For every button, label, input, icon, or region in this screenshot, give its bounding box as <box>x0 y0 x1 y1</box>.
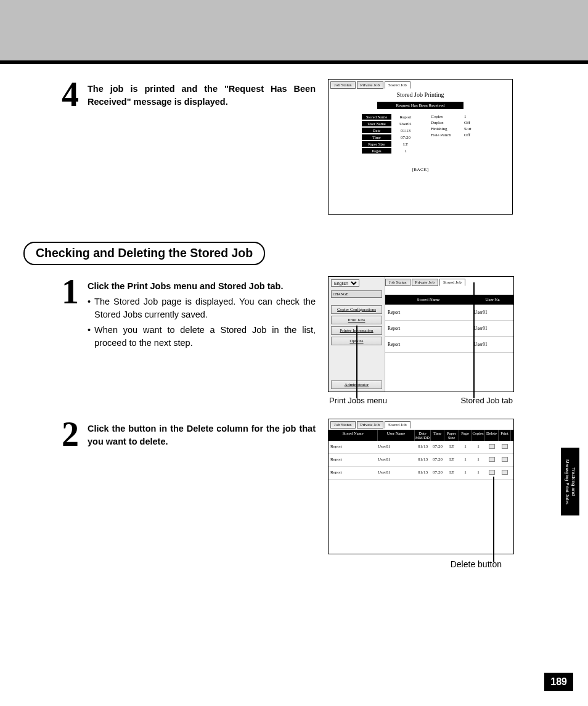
screenshot-stored-job-printing: Job Status Private Job Stored Job Stored… <box>328 79 513 215</box>
pointer-delete-button <box>493 477 494 562</box>
hdr-date: Date MM/DD <box>415 430 431 441</box>
tab-stored-job[interactable]: Stored Job <box>385 81 410 89</box>
val-stored-name: Report <box>395 115 416 120</box>
hdr-stored-name: Stored Name <box>385 297 472 302</box>
print-button[interactable] <box>502 444 508 449</box>
print-button[interactable] <box>502 470 508 475</box>
step2-text: Click the button in the Delete column fo… <box>88 419 316 448</box>
lbl-time: Time <box>362 134 391 140</box>
table-row: Report User01 01/13 07:20 LT 1 1 <box>329 467 513 480</box>
shot1-message: Request Has Been Received <box>377 102 463 109</box>
tab-job-status[interactable]: Job Status <box>330 81 356 89</box>
language-select[interactable]: English <box>331 279 359 287</box>
delete-button[interactable] <box>489 444 495 449</box>
val-user-name: User01 <box>395 121 416 126</box>
step4-number: 4 <box>51 79 79 110</box>
change-button[interactable]: CHANGE <box>331 290 382 298</box>
tab-private-job-2[interactable]: Private Job <box>412 279 438 286</box>
shot1-left-col: Stored NameReport User NameUser01 Date01… <box>362 114 416 155</box>
hdr-user-name: User Na <box>472 297 513 302</box>
lbl-date: Date <box>362 128 391 133</box>
step2-number: 2 <box>51 419 79 449</box>
val-pages: 1 <box>395 149 416 154</box>
step1-screenshot-col: English CHANGE Copier Configurations Pri… <box>328 276 516 405</box>
shot3-header: Stored Name User Name Date MM/DD Time Pa… <box>329 430 513 441</box>
shot3-tabs: Job Status Private Job Stored Job <box>329 419 513 429</box>
step2-bold: Click the button in the Delete column fo… <box>88 424 316 446</box>
lbl-paper-size: Paper Size <box>362 141 391 147</box>
step4-block: 4 The job is printed and the "Request Ha… <box>51 79 565 215</box>
val-duplex: Off <box>464 120 479 125</box>
shot2-header: Stored Name User Na <box>385 295 513 305</box>
step1-row: 1 Click the Print Jobs menu and Stored J… <box>51 276 316 350</box>
print-button[interactable] <box>502 457 508 462</box>
step1-title: Click the Print Jobs menu and Stored Job… <box>88 280 316 293</box>
val-finishing: Sort <box>464 126 479 131</box>
lbl-finishing: Finishing <box>431 126 460 131</box>
step1-bullet-2: •When you want to delete a Stored Job in… <box>88 324 316 350</box>
step4-bold: The job is printed and the "Request Has … <box>88 84 316 107</box>
shot2-tabs: Job Status Private Job Stored Job <box>385 277 513 286</box>
tab-private-job[interactable]: Private Job <box>357 81 383 89</box>
lbl-hole-punch: Hole Punch <box>431 133 460 138</box>
step1-text: Click the Print Jobs menu and Stored Job… <box>88 276 316 350</box>
val-date: 01/13 <box>395 128 416 133</box>
hdr-paper-size: Paper Size <box>444 430 459 441</box>
table-row: Report User01 01/13 07:20 LT 1 1 <box>329 441 513 454</box>
val-copies: 1 <box>464 114 479 119</box>
page: 4 The job is printed and the "Request Ha… <box>0 0 588 706</box>
tab-stored-job-2[interactable]: Stored Job <box>439 279 465 286</box>
tab-job-status-3[interactable]: Job Status <box>330 421 356 429</box>
hdr-user-name-3: User Name <box>378 430 415 441</box>
hdr-page: Page <box>459 430 472 441</box>
table-row: Report User01 01/13 07:20 LT 1 1 <box>329 454 513 467</box>
caption-print-jobs-menu: Print Jobs menu <box>329 396 387 405</box>
caption-delete-button: Delete button <box>328 559 514 569</box>
section-title: Checking and Deleting the Stored Job <box>23 242 265 265</box>
delete-button[interactable] <box>489 470 495 475</box>
step2-screenshot-col: Job Status Private Job Stored Job Stored… <box>328 419 516 569</box>
hdr-time: Time <box>431 430 444 441</box>
lbl-pages: Pages <box>362 148 391 154</box>
delete-button[interactable] <box>489 457 495 462</box>
step1-bullet-1: •The Stored Job page is displayed. You c… <box>88 295 316 321</box>
screenshot-delete-stored-job: Job Status Private Job Stored Job Stored… <box>328 419 514 554</box>
sidebar-copier-config[interactable]: Copier Configurations <box>331 305 382 314</box>
sidebar-print-jobs[interactable]: Print Jobs <box>331 316 382 324</box>
shot1-back-link[interactable]: [BACK] <box>329 167 512 172</box>
hdr-stored-name-3: Stored Name <box>329 430 378 441</box>
hdr-delete: Delete <box>485 430 499 441</box>
lbl-copies: Copies <box>431 114 460 119</box>
chapter-tab: Tracking and Managing Print Jobs <box>561 448 579 515</box>
step4-row: 4 The job is printed and the "Request Ha… <box>51 79 316 110</box>
lbl-duplex: Duplex <box>431 120 460 125</box>
lbl-stored-name: Stored Name <box>362 114 391 120</box>
pointer-stored-job-tab <box>473 282 475 398</box>
shot1-columns: Stored NameReport User NameUser01 Date01… <box>329 114 512 155</box>
step1-block: 1 Click the Print Jobs menu and Stored J… <box>51 276 565 405</box>
lbl-user-name: User Name <box>362 121 391 126</box>
tab-stored-job-3[interactable]: Stored Job <box>385 421 410 429</box>
shot2-wrapper: English CHANGE Copier Configurations Pri… <box>328 276 514 405</box>
step4-text: The job is printed and the "Request Has … <box>88 79 316 109</box>
pointer-print-jobs <box>356 326 357 398</box>
list-item[interactable]: ReportUser01 <box>385 337 513 353</box>
page-number: 189 <box>544 673 573 691</box>
caption-stored-job-tab: Stored Job tab <box>460 396 513 405</box>
shot1-right-col: Copies1 DuplexOff FinishingSort Hole Pun… <box>431 114 479 155</box>
tab-private-job-3[interactable]: Private Job <box>357 421 383 429</box>
chapter-tab-line1: Tracking and <box>571 467 576 496</box>
step4-screenshot-col: Job Status Private Job Stored Job Stored… <box>328 79 516 215</box>
step1-number: 1 <box>51 276 79 307</box>
shot3-wrapper: Job Status Private Job Stored Job Stored… <box>328 419 514 569</box>
hdr-copies: Copies <box>472 430 485 441</box>
shot1-title: Stored Job Printing <box>329 91 512 98</box>
list-item[interactable]: ReportUser01 <box>385 321 513 337</box>
section-row: Checking and Deleting the Stored Job <box>23 215 565 276</box>
val-hole-punch: Off <box>464 133 479 138</box>
shot1-tabs: Job Status Private Job Stored Job <box>329 80 512 89</box>
tab-job-status-2[interactable]: Job Status <box>385 279 410 286</box>
step2-row: 2 Click the button in the Delete column … <box>51 419 316 449</box>
list-item[interactable]: ReportUser01 <box>385 305 513 321</box>
chapter-tab-line2: Managing Print Jobs <box>565 459 570 504</box>
